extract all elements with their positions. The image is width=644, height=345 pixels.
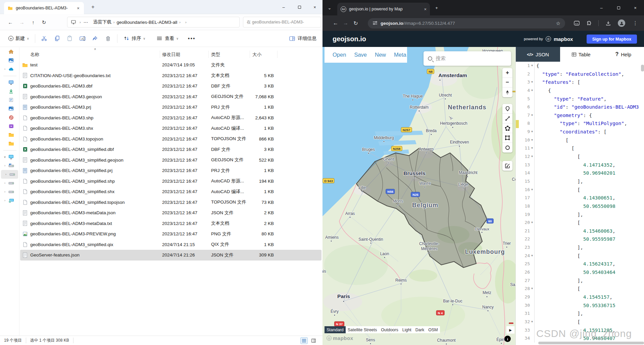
style-chip[interactable]: Satellite Streets (346, 326, 379, 333)
fold-arrow-icon[interactable]: ▼ (530, 78, 534, 87)
view-button[interactable]: 查看∨ (153, 33, 182, 44)
sidebar-item[interactable] (0, 56, 19, 65)
bookmark-star-icon[interactable]: ☆ (556, 20, 560, 26)
file-row[interactable]: GeoServer-features.json 2024/7/14 21:26 … (20, 250, 321, 261)
file-row[interactable]: CITATION-AND-USE-geoBoundaries.txt 2023/… (20, 70, 321, 81)
sidebar-item[interactable] (0, 47, 19, 56)
sidebar-item[interactable]: › (0, 187, 19, 196)
sidebar-item[interactable] (0, 87, 19, 96)
file-row[interactable]: geoBoundaries-BEL-ADM3_simplified.topojs… (20, 197, 321, 208)
sidebar-item[interactable]: › (0, 179, 19, 187)
chevron-icon[interactable]: › (3, 164, 7, 167)
geojsonio-logo[interactable]: geojson.io (333, 35, 366, 43)
close-button[interactable]: × (628, 3, 642, 13)
chevron-icon[interactable]: › (3, 199, 7, 202)
fold-arrow-icon[interactable]: ▼ (530, 153, 534, 161)
back-icon[interactable]: ← (331, 18, 341, 28)
file-row[interactable]: geoBoundaries-BEL-ADM3.prj 2023/12/12 16… (20, 102, 321, 113)
circle-tool-button[interactable] (502, 143, 512, 153)
menu-item[interactable]: Save (354, 52, 367, 58)
forward-icon[interactable]: → (17, 18, 26, 27)
site-settings-icon[interactable] (373, 20, 378, 26)
breadcrumb-item[interactable]: geoBoundaries-BEL-ADM3-all › (117, 19, 183, 25)
breadcrumb[interactable]: › ⋯ › 迅雷下载 › geoBoundaries-BEL-ADM3-all (67, 17, 240, 27)
fold-arrow-icon[interactable]: ▼ (530, 186, 534, 194)
breadcrumb-item[interactable]: 迅雷下载 › (93, 19, 117, 25)
fold-arrow-icon[interactable]: ▼ (530, 87, 534, 95)
sidebar-item[interactable] (0, 104, 19, 113)
style-chip[interactable]: OSM (426, 326, 440, 333)
file-row[interactable]: geoBoundaries-BEL-ADM3_simplified.shp 20… (20, 176, 321, 187)
tab-close-icon[interactable]: × (424, 7, 427, 12)
breadcrumb-item[interactable]: ⋯ › (84, 19, 93, 25)
extensions-icon[interactable] (584, 18, 594, 28)
fold-arrow-icon[interactable]: ▼ (530, 128, 534, 136)
fold-arrow-icon[interactable]: ▼ (530, 111, 534, 120)
up-icon[interactable]: ↑ (29, 18, 38, 27)
sidebar-item[interactable]: › (0, 65, 19, 73)
sidebar-item[interactable] (0, 130, 19, 139)
paste-button[interactable] (63, 33, 76, 44)
close-button[interactable]: × (308, 2, 321, 12)
rename-button[interactable]: A (76, 33, 89, 44)
cut-button[interactable] (38, 33, 51, 44)
edit-geometries-button[interactable] (502, 161, 512, 171)
copy-button[interactable] (51, 33, 63, 44)
new-button[interactable]: + 新建∨ (5, 34, 32, 44)
file-row[interactable]: geoBoundaries-BEL-ADM3.shp 2023/12/12 16… (20, 113, 321, 123)
menu-item[interactable]: Open (333, 52, 346, 58)
more-button[interactable]: ••• (185, 34, 199, 44)
fold-arrow-icon[interactable]: ▼ (530, 144, 534, 153)
tab-help[interactable]: ? Help (602, 47, 644, 62)
new-tab-button[interactable]: + (90, 4, 96, 10)
new-tab-button[interactable]: + (432, 3, 441, 13)
fold-arrow-icon[interactable]: ▼ (530, 219, 534, 227)
chevron-icon[interactable]: › (3, 181, 7, 185)
mapbox-logo[interactable]: ◎mapbox (327, 335, 353, 341)
sidebar-item[interactable] (0, 113, 19, 122)
attribution-info-icon[interactable]: i (504, 336, 511, 342)
file-row[interactable]: geoBoundaries-BEL-ADM3.topojson 2023/12/… (20, 134, 321, 145)
compass-button[interactable] (502, 88, 512, 97)
details-view-toggle[interactable] (310, 337, 317, 344)
details-pane-button[interactable]: 详细信息 (289, 35, 316, 42)
sidebar-item[interactable] (0, 78, 19, 87)
fold-arrow-icon[interactable]: ▼ (530, 62, 534, 70)
sort-button[interactable]: 排序∨ (120, 33, 149, 44)
refresh-icon[interactable]: ↻ (40, 18, 48, 27)
file-row[interactable]: geoBoundaries-BEL-ADM3-metaData.txt 2023… (20, 218, 321, 229)
style-chip[interactable]: Outdoors (379, 326, 400, 333)
share-button[interactable] (89, 33, 102, 44)
minimize-button[interactable]: – (594, 3, 608, 13)
style-chip[interactable]: Standard (325, 326, 346, 333)
explorer-search-input[interactable]: 在 geoBoundaries-BEL-ADM3- (243, 17, 321, 27)
marker-tool-button[interactable] (502, 104, 512, 114)
list-view-toggle[interactable] (300, 337, 308, 344)
maximize-button[interactable] (611, 3, 626, 13)
profile-avatar[interactable] (616, 18, 627, 28)
fold-arrow-icon[interactable]: ▼ (530, 318, 534, 326)
sidebar-item[interactable] (0, 73, 19, 78)
sidebar-item[interactable]: › (0, 196, 19, 205)
file-row[interactable]: geoBoundaries-BEL-ADM3.dbf 2023/12/12 16… (20, 81, 321, 92)
column-header-date[interactable]: 修改日期 (162, 50, 180, 59)
reload-icon[interactable]: ↻ (351, 18, 361, 28)
reading-mode-icon[interactable] (572, 18, 582, 28)
chevron-icon[interactable]: ∨ (3, 155, 7, 159)
column-header-type[interactable]: 类型 (211, 50, 220, 59)
file-row[interactable]: geoBoundaries-BEL-ADM3_simplified.prj 20… (20, 165, 321, 176)
tab-json[interactable]: </> JSON (516, 47, 560, 62)
sidebar-item[interactable] (0, 148, 19, 153)
menu-item[interactable]: Meta (394, 52, 406, 58)
zoom-in-button[interactable]: + (502, 68, 512, 78)
map-canvas[interactable]: HoogeveenAmsterdamThe HagueUtrechtRotter… (323, 47, 515, 345)
json-editor[interactable]: 1▼ { 2▼ "type": "FeatureCollection", 3▼ … (516, 62, 644, 345)
polygon-tool-button[interactable] (502, 123, 512, 133)
sidebar-item[interactable] (0, 96, 19, 104)
signup-mapbox-button[interactable]: Sign up for Mapbox (587, 35, 637, 44)
map-search-input[interactable]: 搜索 (424, 51, 511, 66)
rectangle-tool-button[interactable] (502, 133, 512, 143)
sidebar-item[interactable]: › (0, 161, 19, 170)
column-header-name[interactable]: 名称 (30, 50, 39, 59)
delete-button[interactable] (102, 33, 114, 44)
